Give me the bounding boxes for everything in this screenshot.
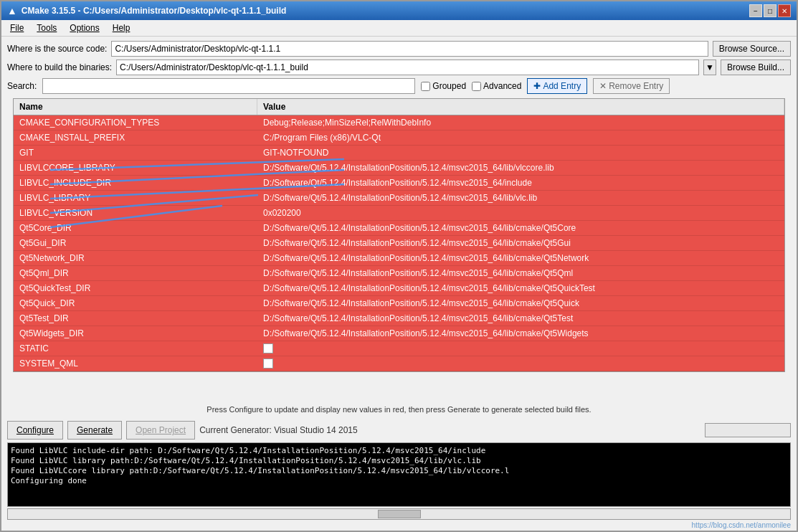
title-bar-controls: − □ ✕	[749, 4, 791, 17]
cell-value: Debug;Release;MinSizeRel;RelWithDebInfo	[257, 115, 784, 130]
browse-build-button[interactable]: Browse Build...	[721, 60, 791, 75]
cell-value: D:/Software/Qt/5.12.4/InstallationPositi…	[257, 251, 784, 265]
table-row[interactable]: Qt5Widgets_DIR D:/Software/Qt/5.12.4/Ins…	[14, 326, 784, 341]
log-line: Found LibVLCcore library path:D:/Softwar…	[11, 466, 787, 475]
table-row[interactable]: Qt5Quick_DIR D:/Software/Qt/5.12.4/Insta…	[14, 296, 784, 311]
advanced-checkbox-label: Advanced	[472, 81, 521, 91]
cell-value: D:/Software/Qt/5.12.4/InstallationPositi…	[257, 326, 784, 341]
search-label: Search:	[7, 81, 37, 91]
cell-checkbox	[257, 341, 279, 356]
table-row[interactable]: LIBVLC_VERSION 0x020200	[14, 206, 784, 221]
title-bar: ▲ CMake 3.15.5 - C:/Users/Administrator/…	[1, 1, 797, 20]
close-button[interactable]: ✕	[778, 4, 791, 17]
header-value: Value	[257, 99, 784, 115]
static-checkbox[interactable]	[263, 343, 273, 353]
watermark: https://blog.csdn.net/anmonilee	[1, 521, 797, 531]
table-row[interactable]: Qt5Test_DIR D:/Software/Qt/5.12.4/Instal…	[14, 311, 784, 326]
plus-icon: ✚	[533, 81, 541, 91]
header-name: Name	[14, 99, 257, 115]
main-window: ▲ CMake 3.15.5 - C:/Users/Administrator/…	[0, 0, 798, 532]
source-input[interactable]	[111, 41, 708, 57]
cell-name: CMAKE_CONFIGURATION_TYPES	[14, 115, 257, 130]
build-input[interactable]	[116, 60, 699, 75]
main-table[interactable]: Name Value CMAKE_CONFIGURATION_TYPES Deb…	[13, 98, 785, 372]
cell-name: LIBVLCCORE_LIBRARY	[14, 161, 257, 175]
table-row[interactable]: Qt5Core_DIR D:/Software/Qt/5.12.4/Instal…	[14, 221, 784, 236]
app-icon: ▲	[7, 5, 17, 16]
status-message: Press Configure to update and display ne…	[206, 405, 591, 414]
cell-name: GIT	[14, 146, 257, 160]
window-title: CMake 3.15.5 - C:/Users/Administrator/De…	[22, 6, 286, 16]
watermark-container: https://blog.csdn.net/anmonilee	[1, 521, 797, 531]
menu-file[interactable]: File	[4, 22, 29, 34]
cell-name: LIBVLC_INCLUDE_DIR	[14, 176, 257, 190]
status-bar: Press Configure to update and display ne…	[1, 401, 797, 418]
table-row[interactable]: LIBVLC_LIBRARY D:/Software/Qt/5.12.4/Ins…	[14, 191, 784, 206]
cell-value: D:/Software/Qt/5.12.4/InstallationPositi…	[257, 296, 784, 310]
cell-name: LIBVLC_VERSION	[14, 206, 257, 220]
table-row[interactable]: Qt5Qml_DIR D:/Software/Qt/5.12.4/Install…	[14, 266, 784, 281]
menu-tools[interactable]: Tools	[31, 22, 62, 34]
system-qml-checkbox[interactable]	[263, 358, 273, 369]
search-input[interactable]	[42, 78, 415, 94]
cell-name: LIBVLC_LIBRARY	[14, 191, 257, 205]
log-line: Found LibVLC include-dir path: D:/Softwa…	[11, 446, 787, 455]
cell-value: 0x020200	[257, 206, 784, 220]
cell-name: Qt5Quick_DIR	[14, 296, 257, 310]
cell-name: Qt5QuickTest_DIR	[14, 281, 257, 295]
maximize-button[interactable]: □	[764, 4, 776, 17]
menu-help[interactable]: Help	[107, 22, 136, 34]
search-row: Search: Grouped Advanced ✚ Add Entry ✕ R…	[7, 78, 791, 94]
table-row[interactable]: STATIC	[14, 341, 784, 356]
open-project-button[interactable]: Open Project	[126, 421, 195, 440]
build-dropdown-arrow[interactable]: ▼	[703, 60, 716, 75]
advanced-checkbox[interactable]	[472, 82, 481, 91]
grouped-checkbox[interactable]	[421, 82, 430, 91]
table-row[interactable]: GIT GIT-NOTFOUND	[14, 146, 784, 161]
menu-options[interactable]: Options	[64, 22, 105, 34]
minimize-button[interactable]: −	[749, 4, 762, 17]
source-row: Where is the source code: Browse Source.…	[7, 41, 791, 57]
build-row: Where to build the binaries: ▼ Browse Bu…	[7, 60, 791, 75]
cell-value: D:/Software/Qt/5.12.4/InstallationPositi…	[257, 176, 784, 190]
log-area[interactable]: Found LibVLC include-dir path: D:/Softwa…	[7, 442, 791, 507]
table-row[interactable]: CMAKE_INSTALL_PREFIX C:/Program Files (x…	[14, 130, 784, 146]
table-row[interactable]: LIBVLC_INCLUDE_DIR D:/Software/Qt/5.12.4…	[14, 176, 784, 191]
table-row[interactable]: Qt5Gui_DIR D:/Software/Qt/5.12.4/Install…	[14, 236, 784, 251]
title-bar-left: ▲ CMake 3.15.5 - C:/Users/Administrator/…	[7, 5, 286, 16]
table-row[interactable]: SYSTEM_QML	[14, 356, 784, 371]
build-label: Where to build the binaries:	[7, 62, 112, 72]
table-row[interactable]: Qt5Network_DIR D:/Software/Qt/5.12.4/Ins…	[14, 251, 784, 266]
cell-name: Qt5Test_DIR	[14, 311, 257, 326]
cell-value: C:/Program Files (x86)/VLC-Qt	[257, 130, 784, 145]
table-row[interactable]: LIBVLCCORE_LIBRARY D:/Software/Qt/5.12.4…	[14, 161, 784, 176]
scrollbar-thumb[interactable]	[378, 510, 421, 518]
cell-name: Qt5Gui_DIR	[14, 236, 257, 250]
source-label: Where is the source code:	[7, 44, 107, 54]
cell-value: D:/Software/Qt/5.12.4/InstallationPositi…	[257, 236, 784, 250]
add-entry-button[interactable]: ✚ Add Entry	[527, 78, 587, 94]
log-line: Found LibVLC library path:D:/Software/Qt…	[11, 456, 787, 465]
configure-button[interactable]: Configure	[7, 421, 63, 440]
horizontal-scrollbar[interactable]	[7, 508, 791, 520]
add-entry-label: Add Entry	[543, 81, 581, 91]
advanced-label: Advanced	[483, 81, 521, 91]
log-line: Configuring done	[11, 476, 787, 485]
remove-entry-button[interactable]: ✕ Remove Entry	[593, 78, 670, 94]
cell-value: D:/Software/Qt/5.12.4/InstallationPositi…	[257, 191, 784, 205]
progress-bar	[705, 423, 791, 437]
cell-value: D:/Software/Qt/5.12.4/InstallationPositi…	[257, 281, 784, 295]
cell-name: Qt5Core_DIR	[14, 221, 257, 235]
cell-name: Qt5Widgets_DIR	[14, 326, 257, 341]
generate-button[interactable]: Generate	[67, 421, 122, 440]
table-row[interactable]: CMAKE_CONFIGURATION_TYPES Debug;Release;…	[14, 115, 784, 130]
table-container: Name Value CMAKE_CONFIGURATION_TYPES Deb…	[7, 98, 791, 401]
table-row[interactable]: Qt5QuickTest_DIR D:/Software/Qt/5.12.4/I…	[14, 281, 784, 296]
menu-bar: File Tools Options Help	[1, 20, 797, 37]
browse-source-button[interactable]: Browse Source...	[713, 41, 791, 57]
x-icon: ✕	[599, 81, 607, 91]
grouped-checkbox-label: Grouped	[421, 81, 466, 91]
cell-value: GIT-NOTFOUND	[257, 146, 784, 160]
cell-name: Qt5Qml_DIR	[14, 266, 257, 280]
cell-value: D:/Software/Qt/5.12.4/InstallationPositi…	[257, 311, 784, 326]
